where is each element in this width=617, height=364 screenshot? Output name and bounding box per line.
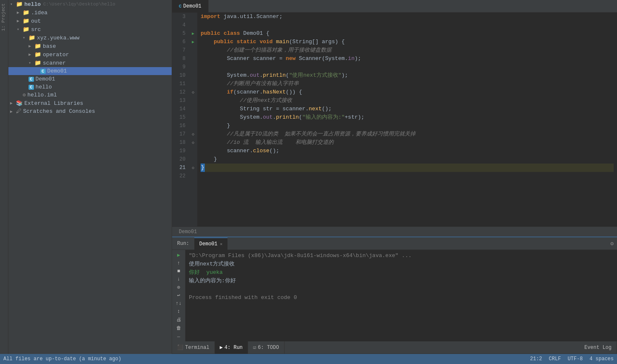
gutter-15: [189, 113, 197, 122]
code-editor[interactable]: import java.util.Scanner; public class D…: [197, 13, 617, 226]
run-icon-6[interactable]: ▶: [192, 39, 194, 44]
gutter-17[interactable]: ◇: [189, 130, 197, 138]
line-num-21: 21: [175, 164, 186, 172]
tree-item-operator[interactable]: ▶ 📁 operator: [8, 50, 172, 59]
comment-11: //判断用户有没有输入字符串: [201, 80, 299, 88]
run-toolbar: ▶ ↑ ■ ↓ ⊙ ↩ ↑↓ ↕ 🖨 🗑 …: [172, 250, 186, 341]
run-stop-button[interactable]: ■: [174, 268, 183, 275]
todo-tab[interactable]: ☑ 6: TODO: [248, 341, 285, 354]
editor-content[interactable]: 3 4 5 6 7 8 9 10 11 12 13 14 15 16 17 18…: [172, 13, 617, 226]
run-print-button[interactable]: 🖨: [174, 316, 183, 323]
line-num-10: 10: [175, 71, 186, 80]
line-num-19: 19: [175, 147, 186, 155]
collapse-arrow-xyz: ▾: [23, 35, 29, 40]
tree-item-hello-java[interactable]: C hello: [8, 83, 172, 91]
tree-item-ext-libs[interactable]: ▶ 📚 External Libraries: [8, 99, 172, 107]
gutter-18[interactable]: ◇: [189, 138, 197, 147]
kw-out-10: out: [250, 71, 259, 80]
java-icon-demo01-2: C: [29, 77, 34, 82]
method-main: main: [276, 38, 289, 46]
fold-icon-21[interactable]: ◇: [192, 165, 194, 170]
run-trash-button[interactable]: 🗑: [174, 324, 183, 331]
terminal-tab[interactable]: ⬛ Terminal: [172, 341, 215, 354]
run-tab-demo01[interactable]: Demo01 ✕: [194, 237, 227, 250]
line-num-5: 5: [175, 29, 186, 38]
gutter-6[interactable]: ▶: [189, 38, 197, 46]
console-output[interactable]: "D:\Program Files (x86)\Java\jdk-8u161-w…: [186, 250, 617, 341]
line-num-20: 20: [175, 155, 186, 164]
status-position[interactable]: 21:2: [530, 356, 542, 362]
status-line-ending[interactable]: CRLF: [549, 356, 561, 362]
console-line-0: "D:\Program Files (x86)\Java\jdk-8u161-w…: [189, 252, 614, 260]
line-num-6: 6: [175, 38, 186, 46]
scratch-icon: 🖊: [16, 108, 21, 114]
event-log-tab[interactable]: Event Log: [579, 341, 617, 354]
terminal-tab-label: Terminal: [185, 345, 209, 351]
settings-icon[interactable]: ⚙: [610, 240, 614, 247]
fold-icon-18[interactable]: ◇: [192, 140, 194, 145]
gutter-12[interactable]: ◇: [189, 88, 197, 96]
tree-item-src[interactable]: ▾ 📁 src: [8, 25, 172, 34]
run-sort-asc-button[interactable]: ↑↓: [174, 300, 183, 307]
run-bottom-tab[interactable]: ▶ 4: Run: [215, 341, 248, 354]
run-sort-desc-button[interactable]: ↕: [174, 308, 183, 315]
tree-item-scanner[interactable]: ▾ 📁 scanner: [8, 59, 172, 67]
tree-item-hello-iml[interactable]: ⚙ hello.iml: [8, 91, 172, 99]
line-num-3: 3: [175, 13, 186, 21]
gutter-4: [189, 21, 197, 29]
gutter-9: [189, 63, 197, 71]
run-wrap-button[interactable]: ↩: [174, 292, 183, 299]
folder-icon-scanner: 📁: [34, 60, 41, 66]
kw-if: if: [227, 88, 233, 96]
project-tab-vertical[interactable]: 1: Project: [0, 0, 8, 34]
status-left: All files are up-to-date (a minute ago): [3, 356, 121, 362]
gutter-21[interactable]: ◇: [189, 164, 197, 172]
tab-label: Demo01: [183, 3, 201, 9]
run-down-button[interactable]: ↓: [174, 276, 183, 283]
run-more-button[interactable]: …: [174, 333, 183, 340]
code-line-15: System.out.println("输入的内容为:"+str);: [201, 113, 614, 122]
kw-public-6: public: [214, 38, 233, 46]
status-encoding[interactable]: UTF-8: [567, 356, 583, 362]
tree-item-out[interactable]: ▶ 📁 out: [8, 17, 172, 25]
line-num-11: 11: [175, 80, 186, 88]
event-log-label: Event Log: [584, 345, 612, 351]
run-play-button[interactable]: ▶: [174, 252, 183, 259]
tree-item-demo01-file[interactable]: C Demo01: [8, 67, 172, 75]
run-icon-5[interactable]: ▶: [192, 31, 194, 36]
comment-17: //凡是属于IO流的类 如果不关闭会一直占用资源，要养成好习惯用完就关掉: [201, 130, 416, 138]
tree-item-scratches[interactable]: ▶ 🖊 Scratches and Consoles: [8, 107, 172, 115]
code-line-7: //创建一个扫描器对象，用于接收键盘数据: [201, 46, 614, 55]
gutter-5[interactable]: ▶: [189, 29, 197, 38]
kw-static: static: [237, 38, 256, 46]
run-tab-close[interactable]: ✕: [220, 242, 222, 247]
folder-icon-out: 📁: [23, 18, 29, 24]
fold-icon-17[interactable]: ◇: [192, 132, 194, 137]
tree-item-base[interactable]: ▶ 📁 base: [8, 42, 172, 50]
run-label: Run:: [172, 241, 194, 247]
fold-icon-12[interactable]: ◇: [192, 90, 194, 95]
status-indent[interactable]: 4 spaces: [589, 356, 614, 362]
code-line-5: public class Demo01 {: [201, 29, 614, 38]
gutter-14: [189, 105, 197, 113]
tree-item-demo01-2[interactable]: C Demo01: [8, 75, 172, 83]
tree-item-idea[interactable]: ▶ 📁 .idea: [8, 8, 172, 17]
java-icon-hello: C: [29, 85, 34, 90]
tree-item-xyz[interactable]: ▾ 📁 xyz.yueka.www: [8, 34, 172, 42]
comment-7: //创建一个扫描器对象，用于接收键盘数据: [201, 46, 332, 55]
java-icon-demo01: C: [40, 69, 46, 74]
run-camera-button[interactable]: ⊙: [174, 284, 183, 291]
code-line-6: public static void main(String[] args) {: [201, 38, 614, 46]
tree-label: hello: [36, 84, 52, 90]
tree-label: Scratches and Consoles: [23, 108, 95, 114]
comment-13: //使用next方式接收: [201, 96, 292, 105]
code-line-17: //凡是属于IO流的类 如果不关闭会一直占用资源，要养成好习惯用完就关掉: [201, 130, 614, 138]
editor-tab-demo01[interactable]: C Demo01: [172, 0, 209, 13]
status-message: All files are up-to-date (a minute ago): [3, 356, 121, 362]
line-num-16: 16: [175, 122, 186, 130]
line-num-15: 15: [175, 113, 186, 122]
code-line-4: [201, 21, 614, 29]
tree-item-hello-root[interactable]: ▾ 📁 hello C:\Users\lqy\Desktop\hello: [8, 0, 172, 8]
run-up-button[interactable]: ↑: [174, 260, 183, 267]
code-line-16: }: [201, 122, 614, 130]
